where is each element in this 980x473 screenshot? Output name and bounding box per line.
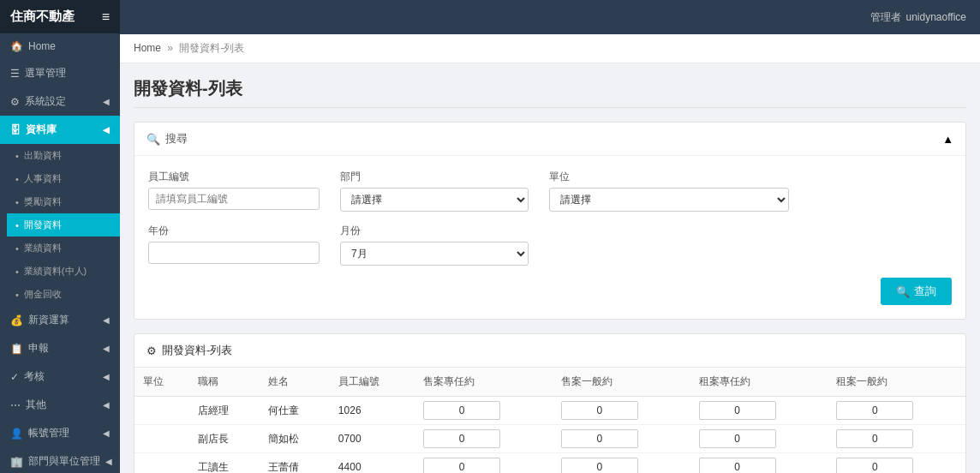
form-group-month: 月份 1月2月3月 4月5月6月 7月8月9月 10月11月12月 [340, 224, 529, 266]
hamburger-icon[interactable]: ≡ [102, 9, 110, 25]
sidebar-item-dept-unit[interactable]: 🏢 部門與單位管理 ◀ [0, 447, 120, 473]
sale-excl-input[interactable] [423, 401, 500, 420]
cell-unit [134, 425, 189, 453]
main-area: 管理者 unidynaoffice Home » 開發資料-列表 開發資料-列表… [120, 0, 980, 473]
cell-sale-gen [553, 397, 690, 425]
table-section-header: ⚙ 開發資料-列表 [134, 334, 965, 368]
form-row-2: 年份 111 月份 1月2月3月 4月5月6月 7月8月9月 10月11月12月 [148, 224, 952, 266]
cell-unit [134, 453, 189, 474]
dot-icon-5: • [15, 243, 19, 254]
search-actions: 🔍 查詢 [148, 278, 952, 305]
cell-rent-excl [690, 453, 828, 474]
cell-job: 副店長 [189, 425, 260, 453]
app-title: 住商不動產 [10, 9, 75, 25]
rent-excl-input[interactable] [699, 429, 776, 448]
gear-icon: ⚙ [146, 344, 157, 357]
breadcrumb: Home » 開發資料-列表 [120, 34, 980, 63]
sale-gen-input[interactable] [561, 458, 638, 473]
chevron-left-icon: ◀ [103, 97, 110, 106]
sidebar-item-rewards[interactable]: • 獎勵資料 [7, 190, 120, 213]
search-panel: 🔍 搜尋 ▲ 員工編號 部門 請選擇 [134, 122, 966, 320]
dot-icon: • [15, 151, 19, 161]
page-title: 開發資料-列表 [134, 77, 966, 108]
employee-id-label: 員工編號 [148, 170, 320, 184]
sidebar-item-account[interactable]: 👤 帳號管理 ◀ [0, 419, 120, 447]
cell-name: 何仕童 [260, 397, 330, 425]
review-icon: ✓ [10, 371, 19, 383]
employee-id-input[interactable] [148, 188, 320, 210]
table-section: ⚙ 開發資料-列表 單位 職稱 姓名 員工編號 售案專任約 售案一般約 [134, 333, 966, 473]
cell-rent-gen [828, 425, 965, 453]
col-sale-excl: 售案專任約 [415, 368, 553, 397]
unit-select[interactable]: 請選擇 [549, 188, 789, 212]
chevron-left-icon-decl: ◀ [103, 344, 110, 353]
breadcrumb-home[interactable]: Home [134, 42, 161, 54]
sidebar-item-development[interactable]: • 開發資料 [7, 213, 120, 236]
col-rent-excl: 租案專任約 [690, 368, 828, 397]
breadcrumb-separator: » [167, 42, 173, 54]
cell-rent-excl [690, 425, 828, 453]
dot-icon-3: • [15, 197, 19, 207]
sidebar-item-home[interactable]: 🏠 Home [0, 33, 120, 59]
sidebar-item-system-settings[interactable]: ⚙ 系統設定 ◀ [0, 87, 120, 116]
rent-excl-input[interactable] [699, 458, 776, 473]
form-row-1: 員工編號 部門 請選擇 單位 請選擇 [148, 170, 952, 212]
col-sale-gen: 售案一般約 [553, 368, 690, 397]
database-icon: 🗄 [10, 124, 21, 136]
rent-gen-input[interactable] [836, 458, 913, 473]
form-group-year: 年份 111 [148, 224, 320, 266]
rent-gen-input[interactable] [836, 401, 913, 420]
year-input[interactable]: 111 [148, 242, 320, 264]
menu-icon: ☰ [10, 68, 20, 80]
sale-excl-input[interactable] [423, 458, 500, 473]
user-name: unidynaoffice [906, 11, 967, 23]
cell-sale-excl [415, 425, 553, 453]
sidebar-item-payroll[interactable]: 💰 新資運算 ◀ [0, 306, 120, 334]
col-name: 姓名 [260, 368, 330, 397]
table-header: 單位 職稱 姓名 員工編號 售案專任約 售案一般約 租案專任約 租案一般約 [134, 368, 965, 397]
content-area: Home » 開發資料-列表 開發資料-列表 🔍 搜尋 ▲ 員工編號 [120, 34, 980, 473]
table-row: 工讀生 王蕾倩 4400 [134, 453, 965, 474]
cell-sale-excl [415, 453, 553, 474]
department-select[interactable]: 請選擇 [340, 188, 529, 212]
page-content: 開發資料-列表 🔍 搜尋 ▲ 員工編號 [120, 63, 980, 473]
department-label: 部門 [340, 170, 529, 184]
sidebar-item-personnel[interactable]: • 人事資料 [7, 167, 120, 190]
sidebar-item-declaration[interactable]: 📋 申報 ◀ [0, 334, 120, 362]
sidebar-item-performance-middle[interactable]: • 業績資料(中人) [7, 260, 120, 283]
table-row: 副店長 簡如松 0700 [134, 425, 965, 453]
sale-gen-input[interactable] [561, 401, 638, 420]
dept-icon: 🏢 [10, 456, 23, 468]
search-button[interactable]: 🔍 查詢 [881, 278, 952, 305]
col-job: 職稱 [189, 368, 260, 397]
sidebar-item-database[interactable]: 🗄 資料庫 ◀ [0, 116, 120, 144]
sidebar-header: 住商不動產 ≡ [0, 0, 120, 33]
sidebar-item-attendance[interactable]: • 出勤資料 [7, 144, 120, 167]
rent-excl-input[interactable] [699, 401, 776, 420]
sale-gen-input[interactable] [561, 429, 638, 448]
dot-icon-7: • [15, 290, 19, 300]
sidebar-item-review[interactable]: ✓ 考核 ◀ [0, 362, 120, 391]
cell-sale-excl [415, 397, 553, 425]
dot-icon-6: • [15, 266, 19, 277]
dot-icon-2: • [15, 174, 19, 184]
search-panel-header[interactable]: 🔍 搜尋 ▲ [134, 123, 965, 155]
settings-icon: ⚙ [10, 96, 20, 108]
sidebar-item-menu-management[interactable]: ☰ 選單管理 [0, 59, 120, 87]
search-magnify-icon: 🔍 [146, 133, 160, 146]
sidebar-item-commission[interactable]: • 佣金回收 [7, 283, 120, 306]
sidebar-item-performance[interactable]: • 業績資料 [7, 236, 120, 260]
sale-excl-input[interactable] [423, 429, 500, 448]
cell-emp-id: 1026 [330, 397, 415, 425]
search-panel-body: 員工編號 部門 請選擇 單位 請選擇 [134, 155, 965, 319]
account-icon: 👤 [10, 428, 23, 440]
search-title: 🔍 搜尋 [146, 131, 188, 147]
sidebar: 住商不動產 ≡ 🏠 Home ☰ 選單管理 ⚙ 系統設定 ◀ 🗄 資料庫 ◀ •… [0, 0, 120, 473]
sidebar-item-other[interactable]: ⋯ 其他 ◀ [0, 391, 120, 419]
month-select[interactable]: 1月2月3月 4月5月6月 7月8月9月 10月11月12月 [340, 242, 529, 266]
rent-gen-input[interactable] [836, 429, 913, 448]
collapse-icon[interactable]: ▲ [942, 133, 953, 146]
breadcrumb-current: 開發資料-列表 [179, 42, 244, 54]
table-wrapper: 單位 職稱 姓名 員工編號 售案專任約 售案一般約 租案專任約 租案一般約 [134, 368, 965, 473]
cell-job: 店經理 [189, 397, 260, 425]
